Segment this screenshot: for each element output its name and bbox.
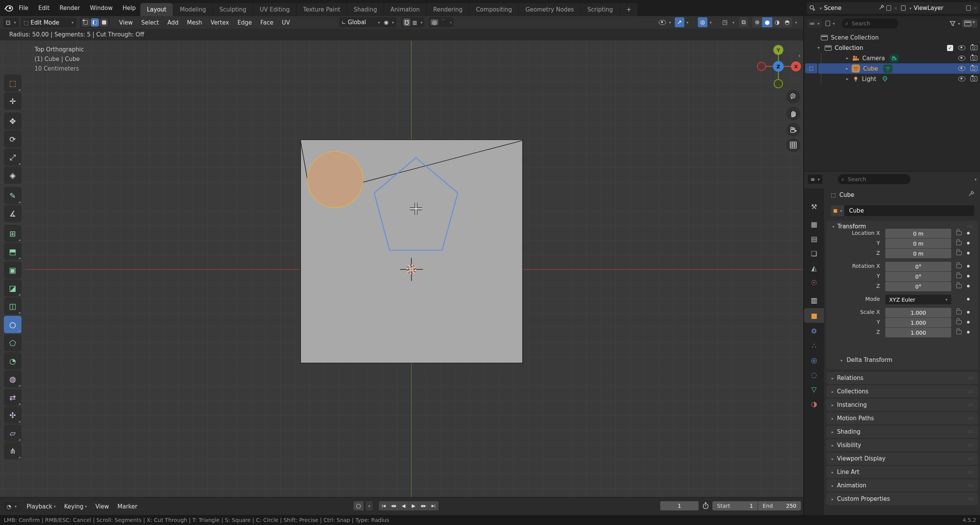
- panel-animation[interactable]: ▸Animation∷∷: [826, 479, 978, 492]
- previous-keyframe-button[interactable]: ◀◆: [389, 501, 399, 510]
- transform-orientation-dropdown[interactable]: ∟ Global ▾: [339, 17, 383, 27]
- hide-eye-icon[interactable]: [958, 66, 965, 71]
- panel-collections[interactable]: ▸Collections∷∷: [826, 385, 978, 398]
- menu-view[interactable]: View: [115, 19, 137, 26]
- loc-z-field[interactable]: 0 m: [885, 249, 951, 258]
- editor-type-button[interactable]: ⊡ ▾: [3, 18, 19, 28]
- drag-handle[interactable]: ∷∷: [968, 470, 974, 475]
- chevron-down-icon[interactable]: ▾: [710, 20, 712, 25]
- lock-icon[interactable]: [956, 274, 962, 278]
- tab-sculpting[interactable]: Sculpting: [213, 3, 253, 16]
- drag-handle[interactable]: ∷∷: [968, 456, 974, 461]
- pivot-point-dropdown[interactable]: ◉ ▾: [381, 17, 396, 27]
- outliner-row-collection[interactable]: ▾ Collection ✓: [804, 43, 980, 53]
- menu-marker[interactable]: Marker: [113, 503, 141, 510]
- drag-handle[interactable]: ∷∷: [968, 483, 974, 488]
- play-button[interactable]: ▶: [409, 501, 419, 510]
- lock-icon[interactable]: [956, 251, 962, 255]
- tool-bevel[interactable]: ◪: [4, 279, 21, 297]
- menu-mesh[interactable]: Mesh: [183, 19, 207, 26]
- menu-edit[interactable]: Edit: [33, 0, 54, 16]
- panel-visibility[interactable]: ▸Visibility∷∷: [826, 439, 978, 451]
- new-view-layer-icon[interactable]: [966, 5, 971, 11]
- tab-geometry-nodes[interactable]: Geometry Nodes: [519, 3, 581, 16]
- orthographic-toggle-button[interactable]: [786, 138, 800, 152]
- sidebar-collapse-arrow[interactable]: ‹: [798, 52, 801, 59]
- lock-icon[interactable]: [956, 284, 962, 288]
- tool-poly-build[interactable]: ⬠: [4, 334, 21, 352]
- tool-select-box[interactable]: ⬚: [4, 74, 21, 92]
- chevron-down-icon[interactable]: ▾: [366, 501, 373, 510]
- lock-icon[interactable]: [956, 231, 962, 235]
- scale-y-field[interactable]: 1.000: [885, 318, 951, 327]
- blender-logo[interactable]: [0, 4, 14, 12]
- current-frame-field[interactable]: 1: [660, 501, 699, 510]
- lock-icon[interactable]: [956, 264, 962, 268]
- next-keyframe-button[interactable]: ◆▶: [419, 501, 429, 510]
- expand-icon[interactable]: ▸: [843, 66, 851, 71]
- show-overlays-toggle[interactable]: ◎: [698, 17, 707, 27]
- menu-vertex[interactable]: Vertex: [206, 19, 233, 26]
- tool-rotate[interactable]: ⟳: [4, 130, 21, 148]
- auto-keying-button[interactable]: ○: [354, 501, 363, 510]
- scene-selector[interactable]: ▾ Scene ×: [807, 2, 900, 14]
- frame-end-field[interactable]: End 250: [758, 501, 801, 510]
- tab-texture-paint[interactable]: Texture Paint: [297, 3, 347, 16]
- jump-to-start-button[interactable]: |◀: [379, 501, 389, 510]
- animate-dot[interactable]: [967, 298, 970, 300]
- tool-transform[interactable]: ◈: [4, 167, 21, 184]
- collapse-icon[interactable]: ▾: [815, 45, 822, 50]
- shading-wireframe-button[interactable]: ⊕: [752, 17, 762, 27]
- camera-view-button[interactable]: [786, 123, 800, 137]
- shading-rendered-button[interactable]: ◓: [782, 17, 792, 27]
- navigation-gizmo[interactable]: Y X Z: [757, 45, 801, 88]
- pan-button[interactable]: [786, 107, 800, 121]
- shading-dropdown-icon[interactable]: ▾: [795, 20, 797, 25]
- tab-tool[interactable]: ⚒: [804, 199, 824, 214]
- panel-instancing[interactable]: ▸Instancing∷∷: [826, 399, 978, 411]
- tool-shear[interactable]: ▱: [4, 424, 21, 442]
- outliner-row-light[interactable]: ▸ Light: [804, 74, 980, 84]
- object-id-icon-button[interactable]: ■ ▾: [831, 205, 844, 216]
- pin-id-icon[interactable]: [968, 191, 974, 198]
- tab-world[interactable]: ☉: [804, 275, 824, 290]
- outliner-row-cube[interactable]: ⬚ ▸ ▽ Cube ▽: [804, 63, 980, 74]
- outliner-row-scene-collection[interactable]: Scene Collection: [804, 32, 980, 43]
- animate-dot[interactable]: [967, 321, 970, 324]
- menu-add[interactable]: Add: [163, 19, 183, 26]
- tool-extrude-region[interactable]: ⬒: [4, 243, 21, 260]
- tool-shrink-fatten[interactable]: ✣: [4, 406, 21, 424]
- tool-smooth[interactable]: ◍: [4, 370, 21, 388]
- lock-icon[interactable]: [956, 241, 962, 245]
- menu-face[interactable]: Face: [256, 19, 278, 26]
- menu-uv[interactable]: UV: [278, 19, 294, 26]
- animate-dot[interactable]: [967, 242, 970, 244]
- animate-dot[interactable]: [967, 285, 970, 287]
- tab-rendering[interactable]: Rendering: [427, 3, 470, 16]
- tab-physics[interactable]: ◎: [804, 353, 824, 367]
- properties-search-input[interactable]: [847, 176, 891, 183]
- tool-inset-faces[interactable]: ▣: [4, 261, 21, 279]
- edge-select-button[interactable]: [91, 18, 99, 26]
- rot-x-field[interactable]: 0°: [885, 262, 951, 271]
- tool-measure[interactable]: ∡: [4, 205, 21, 222]
- tool-cursor[interactable]: ✛: [4, 92, 21, 110]
- hide-eye-icon[interactable]: [958, 76, 965, 81]
- lock-icon[interactable]: [956, 330, 962, 334]
- outliner-filter-button[interactable]: ▾: [950, 21, 960, 26]
- scale-z-field[interactable]: 1.000: [885, 328, 951, 337]
- chevron-down-icon[interactable]: ▾: [687, 20, 689, 25]
- visibility-dropdown[interactable]: ▾: [656, 17, 673, 27]
- render-camera-icon[interactable]: [970, 45, 977, 50]
- animate-dot[interactable]: [967, 232, 970, 234]
- hide-eye-icon[interactable]: [958, 45, 965, 50]
- menu-help[interactable]: Help: [118, 0, 141, 16]
- animate-dot[interactable]: [967, 311, 970, 314]
- tab-material[interactable]: ◑: [804, 396, 824, 411]
- tool-spin[interactable]: ◔: [4, 352, 21, 370]
- xray-corners-icon[interactable]: ◳: [720, 17, 730, 27]
- chevron-down-icon[interactable]: ▾: [732, 20, 734, 25]
- render-camera-icon[interactable]: [970, 56, 977, 61]
- object-name-field[interactable]: ■ ▾ Cube: [831, 205, 974, 216]
- animate-dot[interactable]: [967, 331, 970, 333]
